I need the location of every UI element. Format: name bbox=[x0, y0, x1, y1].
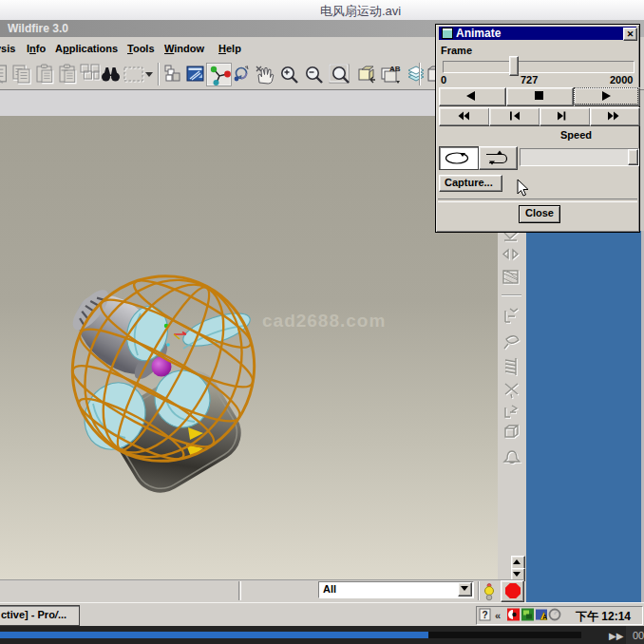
svg-text:A: A bbox=[542, 614, 547, 620]
svg-text:«: « bbox=[495, 610, 501, 621]
svg-text:?: ? bbox=[483, 610, 488, 620]
svg-text:AB: AB bbox=[389, 65, 401, 73]
